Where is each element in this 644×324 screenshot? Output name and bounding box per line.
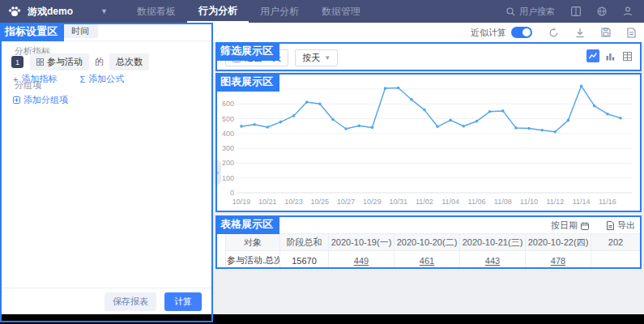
calendar-icon xyxy=(232,54,241,62)
globe-icon[interactable] xyxy=(597,6,607,16)
save-icon[interactable] xyxy=(601,28,611,37)
group-actions: 添加分组项 xyxy=(13,94,68,106)
user-search[interactable]: 用户搜索 xyxy=(506,6,555,18)
svg-text:400: 400 xyxy=(222,130,234,138)
metric-measure-chip[interactable]: 总次数 xyxy=(109,53,149,70)
export-button[interactable]: 导出 xyxy=(603,220,635,232)
add-group-icon xyxy=(13,96,20,104)
nav-item-user-analysis[interactable]: 用户分析 xyxy=(249,0,310,23)
indicator-settings-panel: 时间 分析指标 1 参与活动 的 总次数 + 添加指标 Σ 添加公式 分组项 xyxy=(2,23,211,314)
refresh-icon[interactable] xyxy=(548,28,559,38)
svg-text:11/04: 11/04 xyxy=(441,198,459,206)
cell-object: 参与活动.总次数 xyxy=(226,251,280,271)
sigma-icon: Σ xyxy=(79,75,85,84)
approx-calc-toggle[interactable] xyxy=(511,27,532,38)
svg-text:11/08: 11/08 xyxy=(494,198,512,206)
svg-text:500: 500 xyxy=(222,115,234,123)
svg-text:700: 700 xyxy=(222,85,234,93)
cell-value-link[interactable]: 443 xyxy=(485,256,500,266)
svg-text:11/06: 11/06 xyxy=(468,198,486,206)
col-date-3: 2020-10-21(三) xyxy=(460,234,526,251)
svg-text:10/29: 10/29 xyxy=(363,198,382,206)
metric-row: 1 参与活动 的 总次数 xyxy=(11,53,149,70)
col-stage-total: 阶段总和 xyxy=(280,234,329,251)
approx-calc-label: 近似计算 xyxy=(471,27,506,39)
svg-text:10/19: 10/19 xyxy=(232,198,251,206)
svg-text:11/10: 11/10 xyxy=(520,198,538,206)
metric-connector: 的 xyxy=(95,56,104,68)
table-header-row: 对象 阶段总和 2020-10-19(一) 2020-10-20(二) 2020… xyxy=(226,234,641,251)
svg-text:11/12: 11/12 xyxy=(546,198,564,206)
col-date-2: 2020-10-20(二) xyxy=(395,234,460,251)
panel-header: 时间 xyxy=(2,23,211,41)
project-name: 游戏demo xyxy=(28,5,73,19)
behavior-analysis-page: 游戏demo ▼ 数据看板 行为分析 用户分析 数据管理 用户搜索 xyxy=(0,0,644,324)
cell-empty xyxy=(591,251,641,271)
svg-text:600: 600 xyxy=(222,100,234,108)
user-icon[interactable] xyxy=(623,6,633,16)
svg-text:200: 200 xyxy=(222,159,234,167)
nav-item-behavior-analysis[interactable]: 行为分析 xyxy=(187,0,249,23)
nav-item-data-management[interactable]: 数据管理 xyxy=(310,0,372,23)
chevron-down-icon: ▼ xyxy=(100,7,108,15)
metric-index-badge: 1 xyxy=(11,56,23,68)
col-date-5: 202 xyxy=(591,234,641,251)
calculate-button[interactable]: 计算 xyxy=(164,292,202,311)
date-range-selector[interactable]: 过去30天 xyxy=(225,49,288,66)
save-report-button[interactable]: 保存报表 xyxy=(104,292,156,311)
col-object: 对象 xyxy=(226,234,280,251)
export-icon xyxy=(607,221,614,230)
main-nav: 数据看板 行为分析 用户分析 数据管理 xyxy=(126,0,372,23)
col-date-1: 2020-10-19(一) xyxy=(329,234,395,251)
bottom-black-strip xyxy=(0,314,644,324)
svg-text:11/16: 11/16 xyxy=(599,198,616,206)
event-icon xyxy=(36,58,44,66)
svg-text:0: 0 xyxy=(230,189,234,197)
svg-text:11/14: 11/14 xyxy=(573,198,591,206)
svg-text:100: 100 xyxy=(222,174,234,182)
view-by-date-button[interactable]: 按日期 xyxy=(551,220,592,232)
chart-display-area: 010020030040050060070010/1910/2110/2310/… xyxy=(217,75,640,211)
cell-value-link[interactable]: 478 xyxy=(551,256,565,266)
svg-text:300: 300 xyxy=(222,144,234,152)
calendar-icon xyxy=(581,222,589,230)
granularity-selector[interactable]: 按天 ▼ xyxy=(295,49,338,66)
results-table: 对象 阶段总和 2020-10-19(一) 2020-10-20(二) 2020… xyxy=(225,233,641,271)
cell-stage-total: 15670 xyxy=(280,251,329,271)
line-chart-view-button[interactable] xyxy=(586,49,599,62)
svg-text:10/25: 10/25 xyxy=(311,198,330,206)
group-section-title: 分组项 xyxy=(15,79,41,92)
svg-text:10/21: 10/21 xyxy=(258,198,277,206)
navbar-right: 用户搜索 xyxy=(506,6,644,18)
chevron-down-icon: ▼ xyxy=(324,54,331,62)
report-icon[interactable] xyxy=(627,28,636,38)
bar-chart-view-button[interactable] xyxy=(603,49,616,62)
cell-value-link[interactable]: 449 xyxy=(354,256,369,266)
table-view-button[interactable] xyxy=(621,49,633,62)
panel-collapse-handle[interactable]: « xyxy=(213,160,221,185)
panel-footer: 保存报表 计算 xyxy=(2,288,211,314)
add-group-button[interactable]: 添加分组项 xyxy=(13,94,68,106)
table-toolbar: 按日期 导出 xyxy=(540,220,635,232)
svg-text:11/02: 11/02 xyxy=(416,198,433,206)
view-toggles xyxy=(582,49,633,62)
app-logo-paw-icon xyxy=(8,6,21,17)
col-date-4: 2020-10-22(四) xyxy=(526,234,591,251)
tab-time[interactable]: 时间 xyxy=(46,24,98,38)
filter-display-area: 过去30天 按天 ▼ xyxy=(217,44,640,70)
top-navbar: 游戏demo ▼ 数据看板 行为分析 用户分析 数据管理 用户搜索 xyxy=(0,0,644,23)
search-icon xyxy=(506,7,515,16)
board-icon[interactable] xyxy=(571,6,581,16)
svg-text:10/23: 10/23 xyxy=(284,198,303,206)
filter-chips: 过去30天 按天 ▼ xyxy=(225,49,344,66)
download-icon[interactable] xyxy=(575,28,585,38)
metric-event-chip[interactable]: 参与活动 xyxy=(30,53,89,70)
table-display-area: 按日期 导出 对象 阶段总和 2020-10-19(一) 2020-10-20(… xyxy=(217,215,640,267)
line-chart: 010020030040050060070010/1910/2110/2310/… xyxy=(222,83,635,209)
table-row: 参与活动.总次数 15670 449 461 443 478 xyxy=(226,251,641,271)
project-selector[interactable]: 游戏demo ▼ xyxy=(28,5,108,19)
nav-item-dashboard[interactable]: 数据看板 xyxy=(126,0,187,23)
cell-value-link[interactable]: 461 xyxy=(420,256,434,266)
add-formula-button[interactable]: Σ 添加公式 xyxy=(79,73,124,85)
toggle-knob xyxy=(522,28,531,36)
